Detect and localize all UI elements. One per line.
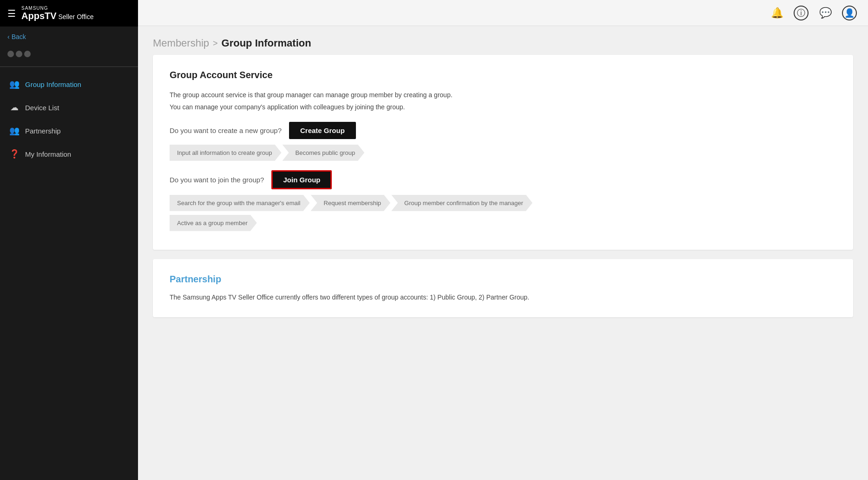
content-area: Group Account Service The group account …: [138, 55, 868, 332]
sidebar-item-my-information-label: My Information: [25, 150, 71, 158]
avatar-dots: [7, 51, 31, 57]
sidebar-nav: 👥 Group Information ☁ Device List 👥 Part…: [0, 69, 138, 169]
group-account-desc-2: You can manage your company's applicatio…: [170, 102, 836, 112]
device-list-icon: ☁: [9, 102, 20, 113]
sidebar-item-device-list[interactable]: ☁ Device List: [0, 96, 138, 119]
partnership-title: Partnership: [170, 274, 836, 285]
join-group-row: Do you want to join the group? Join Grou…: [170, 170, 836, 189]
join-group-question: Do you want to join the group?: [170, 176, 264, 184]
user-avatar-area: [0, 47, 138, 65]
sidebar-item-partnership-label: Partnership: [25, 127, 61, 135]
breadcrumb-parent: Membership: [153, 37, 209, 49]
create-group-question: Do you want to create a new group?: [170, 127, 282, 134]
avatar-dot-2: [16, 51, 22, 57]
sidebar-item-my-information[interactable]: ❓ My Information: [0, 142, 138, 166]
sidebar: ☰ SAMSUNG AppsTV Seller Office ‹ Back 👥 …: [0, 0, 138, 480]
join-group-steps-row1: Search for the group with the manager's …: [170, 195, 836, 211]
create-step-2: Becomes public group: [283, 145, 365, 161]
join-group-button[interactable]: Join Group: [271, 170, 332, 189]
breadcrumb-current: Group Information: [222, 37, 311, 49]
appstv-logo-text: AppsTV Seller Office: [21, 11, 93, 21]
logo-container: SAMSUNG AppsTV Seller Office: [21, 6, 93, 21]
partnership-icon: 👥: [9, 126, 20, 136]
partnership-desc: The Samsung Apps TV Seller Office curren…: [170, 292, 836, 302]
sidebar-item-group-information[interactable]: 👥 Group Information: [0, 73, 138, 96]
join-step-1: Search for the group with the manager's …: [170, 195, 310, 211]
back-button[interactable]: ‹ Back: [0, 27, 138, 47]
avatar-dot-1: [7, 51, 14, 57]
sidebar-item-device-list-label: Device List: [25, 104, 59, 112]
group-account-title: Group Account Service: [170, 70, 836, 80]
user-icon[interactable]: 👤: [842, 6, 857, 20]
create-group-button[interactable]: Create Group: [289, 122, 356, 139]
create-step-1: Input all information to create group: [170, 145, 282, 161]
my-info-icon: ❓: [9, 149, 20, 159]
group-account-card: Group Account Service The group account …: [153, 55, 853, 250]
appstv-logo: AppsTV Seller Office: [21, 11, 93, 21]
sidebar-item-partnership[interactable]: 👥 Partnership: [0, 119, 138, 142]
back-arrow-icon: ‹: [7, 33, 10, 40]
join-step-4: Active as a group member: [170, 215, 257, 231]
samsung-logo-text: SAMSUNG: [21, 6, 93, 11]
create-group-row: Do you want to create a new group? Creat…: [170, 122, 836, 139]
hamburger-icon[interactable]: ☰: [7, 8, 16, 19]
join-step-3: Group member confirmation by the manager: [391, 195, 533, 211]
sidebar-header: ☰ SAMSUNG AppsTV Seller Office: [0, 0, 138, 27]
partnership-card: Partnership The Samsung Apps TV Seller O…: [153, 259, 853, 317]
create-group-steps: Input all information to create group Be…: [170, 145, 836, 161]
breadcrumb: Membership > Group Information: [138, 26, 868, 55]
avatar-dot-3: [24, 51, 31, 57]
group-account-desc-1: The group account service is that group …: [170, 90, 836, 100]
topbar: 🔔 ⓘ 💬 👤: [138, 0, 868, 26]
breadcrumb-arrow: >: [213, 39, 218, 48]
group-info-icon: 👥: [9, 79, 20, 89]
sidebar-divider: [0, 67, 138, 67]
join-step-2: Request membership: [311, 195, 391, 211]
bell-icon[interactable]: 🔔: [769, 6, 784, 20]
info-icon[interactable]: ⓘ: [794, 6, 809, 20]
chat-icon[interactable]: 💬: [818, 6, 833, 20]
sidebar-item-group-information-label: Group Information: [25, 80, 81, 88]
join-group-steps-row2: Active as a group member: [170, 215, 836, 231]
main-area: 🔔 ⓘ 💬 👤 Membership > Group Information G…: [138, 0, 868, 480]
